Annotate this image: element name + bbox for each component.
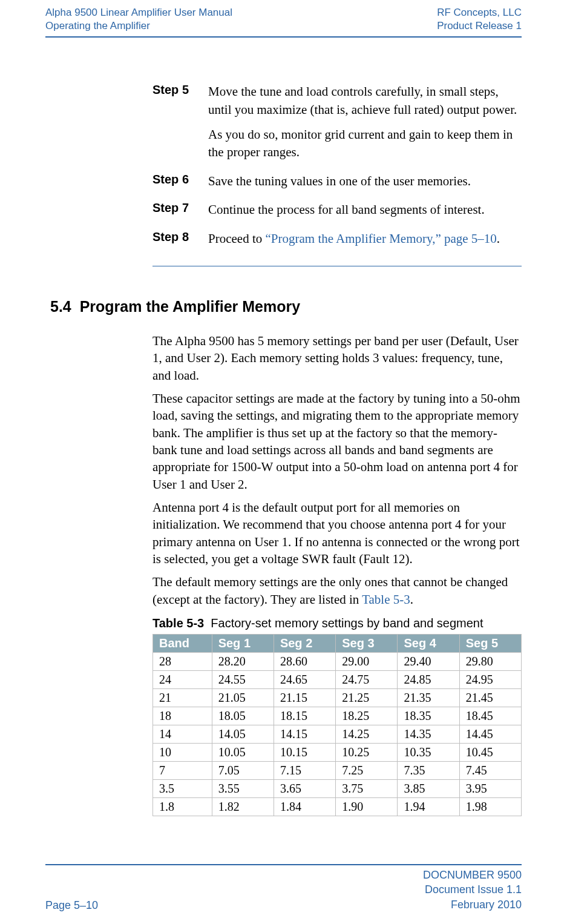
table-cell: 3.55 <box>212 780 274 798</box>
table-cell: 14.45 <box>459 725 521 744</box>
section-number: 5.4 <box>50 298 71 315</box>
table-cell: 24.95 <box>459 671 521 689</box>
step-text: Move the tune and load controls carefull… <box>208 83 522 169</box>
table-cell: 24.75 <box>336 671 398 689</box>
table-cell: 21.25 <box>336 689 398 707</box>
table-cell: 1.84 <box>274 798 335 816</box>
table-cell: 1.90 <box>336 798 398 816</box>
table-cell: 7.05 <box>212 762 274 780</box>
xref-table-5-3[interactable]: Table 5-3 <box>362 592 410 607</box>
body-p4-after: . <box>410 592 413 607</box>
table-cell: 7 <box>153 762 212 780</box>
memory-table: Band Seg 1 Seg 2 Seg 3 Seg 4 Seg 5 2828.… <box>152 634 522 816</box>
step-5: Step 5 Move the tune and load controls c… <box>152 83 522 169</box>
table-cell: 28.60 <box>274 653 335 671</box>
product-release: Product Release 1 <box>437 19 522 33</box>
step-5-p1: Move the tune and load controls carefull… <box>208 83 522 119</box>
table-cell: 14.35 <box>398 725 459 744</box>
section-body: The Alpha 9500 has 5 memory settings per… <box>45 332 522 816</box>
step-6-p1: Save the tuning values in one of the use… <box>208 173 471 190</box>
col-seg-4: Seg 4 <box>398 635 459 653</box>
step-text: Proceed to “Program the Amplifier Memory… <box>208 230 500 255</box>
table-cell: 28 <box>153 653 212 671</box>
table-cell: 14.25 <box>336 725 398 744</box>
table-cell: 10.05 <box>212 744 274 762</box>
table-row: 2828.2028.6029.0029.4029.80 <box>153 653 522 671</box>
table-cell: 14.15 <box>274 725 335 744</box>
table-cell: 7.25 <box>336 762 398 780</box>
table-row: 2121.0521.1521.2521.3521.45 <box>153 689 522 707</box>
step-8: Step 8 Proceed to “Program the Amplifier… <box>152 230 522 255</box>
step-label: Step 6 <box>152 173 208 197</box>
step-text: Save the tuning values in one of the use… <box>208 173 471 197</box>
table-cell: 7.35 <box>398 762 459 780</box>
header-left: Alpha 9500 Linear Amplifier User Manual … <box>45 6 232 33</box>
table-cell: 10.25 <box>336 744 398 762</box>
table-cell: 18.05 <box>212 707 274 725</box>
footer-right: DOCNUMBER 9500 Document Issue 1.1 Februa… <box>423 868 522 912</box>
section-title: Program the Amplifier Memory <box>80 298 300 315</box>
table-cell: 29.00 <box>336 653 398 671</box>
table-row: 2424.5524.6524.7524.8524.95 <box>153 671 522 689</box>
col-seg-3: Seg 3 <box>336 635 398 653</box>
xref-program-memory[interactable]: “Program the Amplifier Memory,” page 5–1… <box>265 231 496 246</box>
table-cell: 21.35 <box>398 689 459 707</box>
table-cell: 1.98 <box>459 798 521 816</box>
table-cell: 1.8 <box>153 798 212 816</box>
page-footer: Page 5–10 DOCNUMBER 9500 Document Issue … <box>45 864 522 912</box>
table-cell: 21 <box>153 689 212 707</box>
table-caption-label: Table 5-3 <box>152 616 204 630</box>
body-p4-before: The default memory settings are the only… <box>152 575 508 606</box>
table-cell: 29.40 <box>398 653 459 671</box>
table-cell: 14 <box>153 725 212 744</box>
table-cell: 3.75 <box>336 780 398 798</box>
table-cell: 18.15 <box>274 707 335 725</box>
table-caption: Table 5-3 Factory-set memory settings by… <box>152 616 522 630</box>
table-row: 1010.0510.1510.2510.3510.45 <box>153 744 522 762</box>
table-cell: 21.05 <box>212 689 274 707</box>
table-cell: 3.95 <box>459 780 521 798</box>
doc-section: Operating the Amplifier <box>45 19 232 33</box>
step-8-before: Proceed to <box>208 231 265 246</box>
table-row: 3.53.553.653.753.853.95 <box>153 780 522 798</box>
table-cell: 28.20 <box>212 653 274 671</box>
body-p2: These capacitor settings are made at the… <box>152 390 522 493</box>
table-cell: 1.94 <box>398 798 459 816</box>
step-label: Step 5 <box>152 83 208 169</box>
step-7-p1: Continue the process for all band segmen… <box>208 201 485 219</box>
table-cell: 3.5 <box>153 780 212 798</box>
doc-title: Alpha 9500 Linear Amplifier User Manual <box>45 6 232 19</box>
header-right: RF Concepts, LLC Product Release 1 <box>437 6 522 33</box>
table-cell: 24.65 <box>274 671 335 689</box>
body-p1: The Alpha 9500 has 5 memory settings per… <box>152 332 522 384</box>
step-6: Step 6 Save the tuning values in one of … <box>152 173 522 197</box>
page-header: Alpha 9500 Linear Amplifier User Manual … <box>45 6 522 38</box>
table-cell: 18.25 <box>336 707 398 725</box>
col-seg-2: Seg 2 <box>274 635 335 653</box>
body-p3: Antenna port 4 is the default output por… <box>152 499 522 567</box>
steps-block: Step 5 Move the tune and load controls c… <box>45 83 522 266</box>
company-name: RF Concepts, LLC <box>437 6 522 19</box>
table-header-row: Band Seg 1 Seg 2 Seg 3 Seg 4 Seg 5 <box>153 635 522 653</box>
table-cell: 21.15 <box>274 689 335 707</box>
table-cell: 18.45 <box>459 707 521 725</box>
table-cell: 7.15 <box>274 762 335 780</box>
table-cell: 24.55 <box>212 671 274 689</box>
table-cell: 3.85 <box>398 780 459 798</box>
rule <box>152 266 522 266</box>
footer-page: Page 5–10 <box>45 899 98 912</box>
table-cell: 3.65 <box>274 780 335 798</box>
step-7: Step 7 Continue the process for all band… <box>152 201 522 226</box>
table-cell: 21.45 <box>459 689 521 707</box>
table-cell: 1.82 <box>212 798 274 816</box>
table-cell: 10 <box>153 744 212 762</box>
table-cell: 24 <box>153 671 212 689</box>
table-caption-text: Factory-set memory settings by band and … <box>211 616 483 630</box>
table-row: 1414.0514.1514.2514.3514.45 <box>153 725 522 744</box>
table-cell: 24.85 <box>398 671 459 689</box>
footer-issue: Document Issue 1.1 <box>423 882 522 897</box>
body-p4: The default memory settings are the only… <box>152 573 522 608</box>
section-heading: 5.4 Program the Amplifier Memory <box>50 298 522 315</box>
table-cell: 10.45 <box>459 744 521 762</box>
step-label: Step 7 <box>152 201 208 226</box>
